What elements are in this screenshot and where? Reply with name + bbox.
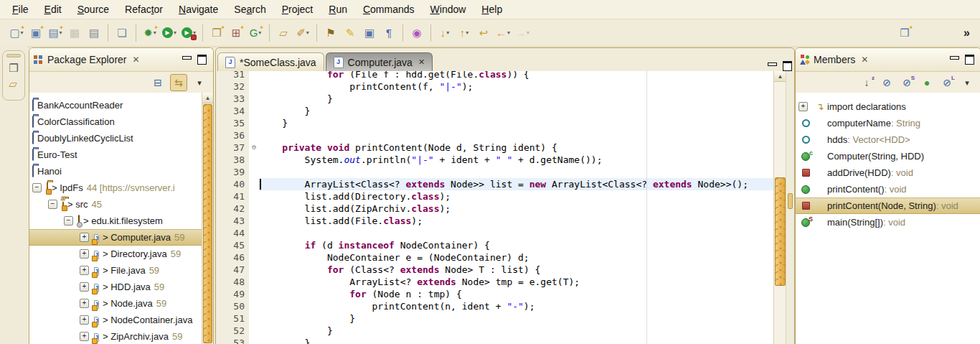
expander-plus-icon[interactable]: + (798, 102, 813, 111)
overview-ruler[interactable] (786, 71, 794, 344)
code-line-51[interactable]: 51 } (216, 312, 774, 325)
dropdown-arrow-icon[interactable]: ▾ (174, 29, 176, 36)
menu-commands[interactable]: Commands (355, 1, 423, 17)
menu-navigate[interactable]: Navigate (171, 1, 226, 17)
code-line-42[interactable]: 42 list.add(ZipArchiv.class); (216, 203, 774, 215)
tree-item-colorclassification[interactable]: ColorClassification (29, 113, 202, 130)
tree-item-node-java[interactable]: +J> Node.java59 (29, 295, 202, 312)
new-editor-button[interactable]: ▣✦ (27, 24, 44, 42)
tree-item-bankaccountreader[interactable]: BankAccountReader (29, 97, 202, 113)
new-view-button[interactable]: ▤✦▾ (47, 24, 64, 42)
code-line-34[interactable]: 34 } (216, 105, 774, 117)
run-history-button[interactable]: ▶▾ (180, 24, 197, 42)
package-explorer-scrollbar[interactable]: ▲ (202, 93, 213, 344)
debug-button[interactable]: ✹✦▾ (141, 24, 159, 42)
tree-item-computer-java[interactable]: +J> Computer.java59 (29, 229, 202, 246)
hide-static-members-button[interactable]: ⊘S (899, 75, 915, 90)
code-line-41[interactable]: 41 list.add(Directory.class); (216, 190, 774, 203)
dropdown-arrow-icon[interactable]: ▾ (306, 29, 309, 36)
maximize-button[interactable] (965, 55, 974, 65)
package-explorer-title[interactable]: Package Explorer (47, 54, 127, 65)
menu-edit[interactable]: Edit (37, 1, 70, 17)
member-adddrive-hdd-[interactable]: addDrive(HDD) : void (796, 164, 980, 181)
expander-minus-icon[interactable]: − (64, 216, 78, 226)
maximize-button[interactable] (783, 61, 792, 71)
new-java-project-button[interactable]: ❐✦ (208, 24, 225, 42)
tree-item-directory-java[interactable]: +J> Directory.java59 (29, 246, 202, 262)
new-wizard-button[interactable]: ▢✦▾ (8, 24, 25, 42)
close-icon[interactable]: ✕ (133, 55, 140, 65)
tree-item-hdd-java[interactable]: +J> HDD.java59 (29, 279, 202, 295)
dropdown-arrow-icon[interactable]: ▾ (527, 29, 529, 36)
fold-collapse-icon[interactable]: ⊖ (249, 141, 259, 154)
build-all-button[interactable]: ❏ (113, 24, 131, 42)
previous-annotation-button[interactable]: ↑▾ (456, 24, 473, 42)
dropdown-arrow-icon[interactable]: ▾ (446, 29, 449, 36)
show-selected-element-button[interactable]: ▣ (361, 24, 378, 42)
menu-file[interactable]: File (4, 1, 37, 17)
member-main-string-[interactable]: Smain(String[]) : void (796, 214, 980, 231)
code-line-53[interactable]: 53 } (216, 337, 774, 344)
scrollbar-thumb[interactable] (203, 104, 212, 343)
editor-scrollbar[interactable]: ▲ (773, 71, 786, 344)
scroll-up-arrow[interactable]: ▲ (202, 93, 213, 103)
menu-run[interactable]: Run (321, 1, 355, 17)
code-line-32[interactable]: 32 printContent(f, "|-"); (216, 80, 774, 93)
code-line-46[interactable]: 46 NodeContainer e = (NodeContainer) d; (216, 251, 774, 264)
back-button[interactable]: ←▾ (494, 24, 512, 42)
menu-source[interactable]: Source (70, 1, 117, 17)
hide-fields-button[interactable]: ⊘ (879, 75, 895, 90)
hide-local-types-button[interactable]: ⊘L (939, 75, 955, 90)
code-line-44[interactable]: 44 (216, 227, 774, 239)
close-icon[interactable]: ✕ (861, 55, 868, 65)
code-editor[interactable]: 31 for (File f : hdd.get(File.class)) {3… (216, 71, 794, 344)
menu-search[interactable]: Search (226, 1, 273, 17)
minimize-button[interactable] (768, 62, 777, 66)
last-edit-location-button[interactable]: ↩ (475, 24, 492, 42)
tree-item-src[interactable]: −⊞> src45 (29, 196, 202, 213)
member-import-declarations[interactable]: +↴import declarations (796, 98, 980, 115)
code-line-43[interactable]: 43 list.add(File.class); (216, 215, 774, 227)
minimize-button[interactable] (950, 56, 959, 60)
collapse-all-button[interactable]: ⊟ (150, 75, 166, 90)
minimize-button[interactable] (182, 56, 192, 60)
tree-item-nodecontainer-java[interactable]: +J> NodeContainer.java (29, 312, 202, 328)
view-menu-button[interactable]: ▾ (192, 75, 207, 90)
code-line-35[interactable]: 35 } (216, 117, 774, 129)
toolbar-overflow-chevron[interactable]: » (963, 27, 970, 39)
member-printcontent-[interactable]: printContent() : void (796, 181, 980, 197)
expander-minus-icon[interactable]: − (32, 183, 47, 192)
editor-tab--someclass-java[interactable]: J*SomeClass.java (217, 52, 324, 71)
tree-item-doublylinkedcycliclist[interactable]: DoublyLinkedCyclicList (29, 130, 202, 147)
scroll-up-arrow[interactable]: ▲ (774, 71, 786, 82)
maximize-button[interactable] (197, 55, 207, 65)
code-line-52[interactable]: 52 } (216, 325, 774, 337)
search-button[interactable]: ✐▾ (294, 24, 311, 42)
close-icon[interactable]: ✕ (418, 57, 425, 67)
dropdown-arrow-icon[interactable]: ▾ (507, 29, 510, 36)
member-computer-string-hdd-[interactable]: cComputer(String, HDD) (796, 148, 980, 164)
dropdown-arrow-icon[interactable]: ▾ (466, 29, 468, 36)
import-button[interactable]: ▱ (275, 24, 292, 42)
code-line-38[interactable]: 38 System.out.println("|-" + ident + " "… (216, 154, 774, 166)
restore-views-button[interactable]: ❐ (9, 62, 18, 73)
code-line-47[interactable]: 47 for (Class<? extends Node> T : list) … (216, 264, 774, 276)
mark-occurrences-button[interactable]: ⚑ (322, 24, 339, 42)
link-with-editor-button[interactable]: ⇆ (170, 74, 187, 91)
code-line-36[interactable]: 36 (216, 129, 774, 141)
tree-item-file-java[interactable]: +J> File.java59 (29, 262, 202, 279)
menu-refactor[interactable]: Refactor (117, 1, 171, 17)
code-line-33[interactable]: 33 } (216, 93, 774, 105)
code-line-37[interactable]: 37⊖ private void printContent(Node d, St… (216, 141, 774, 154)
tree-item-euro-test[interactable]: Euro-Test (29, 147, 202, 163)
web-browser-button[interactable]: ◉ (408, 24, 425, 42)
overview-annotation-marker[interactable] (788, 193, 793, 209)
generate-javadoc-button[interactable]: G✦▾ (247, 24, 264, 42)
code-line-48[interactable]: 48 ArrayList<? extends Node> tmp = e.get… (216, 276, 774, 288)
show-whitespace-button[interactable]: ¶ (380, 24, 397, 42)
code-line-31[interactable]: 31 for (File f : hdd.get(File.class)) { (216, 71, 774, 80)
member-printcontent-node-string-[interactable]: printContent(Node, String) : void (796, 197, 980, 214)
menu-project[interactable]: Project (274, 1, 321, 17)
print-button[interactable]: ▤ (85, 24, 103, 42)
members-title[interactable]: Members (814, 54, 855, 65)
